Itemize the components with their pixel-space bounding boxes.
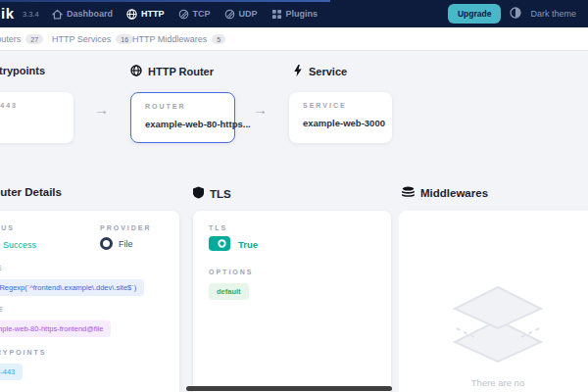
toggle-on-icon (209, 236, 230, 253)
tls-label: TLS (209, 224, 375, 231)
status-text: Success (3, 240, 36, 250)
circle-slash-icon (178, 9, 189, 20)
empty-layers-icon (449, 285, 547, 368)
contrast-icon[interactable] (510, 5, 521, 23)
tab-http-middlewares[interactable]: HTTP Middlewares 5 (132, 27, 225, 51)
entrypoint-badge: https-443 (0, 364, 23, 380)
shield-icon (193, 186, 204, 201)
section-title-text: Router Details (0, 186, 62, 198)
tab-label: HTTP Routers (0, 34, 21, 44)
entrypoint-card-label: HTTPS-443 (0, 102, 60, 109)
provider-text: File (119, 239, 133, 249)
tab-label: HTTP Middlewares (132, 34, 207, 44)
globe-icon (126, 9, 137, 20)
bolt-icon (293, 65, 303, 78)
nav-label: HTTP (141, 9, 165, 19)
options-badge: default (209, 283, 249, 300)
status-value: Success (0, 237, 100, 253)
circle-slash-icon (224, 9, 235, 20)
section-title-text: TLS (210, 188, 231, 200)
middlewares-empty-text: There are no Middlewares configured (449, 375, 547, 392)
nav-item-http[interactable]: HTTP (126, 9, 165, 20)
tab-count-badge: 5 (212, 34, 225, 44)
middlewares-card: There are no Middlewares configured (399, 211, 588, 392)
nav-label: Plugins (286, 9, 318, 19)
version-label: 3.3.4 (23, 10, 39, 19)
tab-http-routers[interactable]: HTTP Routers 27 (0, 27, 43, 51)
home-icon (52, 9, 63, 20)
dark-theme-label: Dark theme (530, 9, 576, 19)
top-navbar: ik 3.3.4 Dashboard HTTP TCP UDP Plugins (0, 0, 588, 27)
dark-theme-toggle[interactable]: Dark theme (530, 9, 576, 19)
entrypoint-card: HTTPS-443 :443 (0, 92, 74, 143)
nav-item-udp[interactable]: UDP (224, 9, 258, 20)
tls-true-text: True (238, 239, 258, 250)
router-name-badge: example-web-80-https-frontend@file (0, 320, 111, 337)
nav-item-dashboard[interactable]: Dashboard (52, 9, 113, 20)
tab-http-services[interactable]: HTTP Services 16 (52, 27, 133, 51)
service-card-value: example-web-3000 (303, 118, 378, 128)
service-card-label: SERVICE (303, 102, 378, 109)
section-title-text: Entrypoints (0, 65, 45, 76)
layers-icon (402, 186, 415, 200)
router-details-card: STATUS Success PROVIDER File RULE HostRe… (0, 211, 179, 392)
globe-icon (130, 65, 142, 78)
entity-tabbar: HTTP Routers 27 HTTP Services 16 HTTP Mi… (0, 27, 588, 51)
tab-count-badge: 16 (116, 34, 133, 44)
tls-card: TLS True OPTIONS default (193, 211, 391, 392)
name-label: NAME (0, 306, 164, 313)
provider-label: PROVIDER (100, 224, 152, 231)
main-nav: Dashboard HTTP TCP UDP Plugins (52, 0, 318, 27)
service-section-title: Service (293, 65, 347, 78)
traefik-dashboard: ik 3.3.4 Dashboard HTTP TCP UDP Plugins (0, 0, 588, 392)
upgrade-button[interactable]: Upgrade (448, 4, 501, 24)
nav-item-tcp[interactable]: TCP (178, 9, 211, 20)
router-card: ROUTER example-web-80-https... (130, 92, 235, 143)
plugins-icon (271, 9, 282, 20)
middlewares-title: Middlewares (402, 186, 488, 200)
status-label: STATUS (0, 224, 100, 231)
horizontal-scrollbar-thumb[interactable] (186, 386, 392, 391)
flow-arrow-icon: → (94, 101, 109, 118)
rule-label: RULE (0, 265, 164, 271)
entrypoints-label: ENTRYPOINTS (0, 349, 164, 356)
tls-value: True (209, 236, 375, 253)
http-router-section-title: HTTP Router (130, 65, 214, 78)
section-title-text: Middlewares (420, 187, 488, 199)
rule-badge: HostRegexp(`^frontend\.example\.ddev\.si… (0, 279, 144, 296)
nav-label: UDP (239, 9, 258, 19)
tab-count-badge: 27 (25, 34, 43, 44)
empty-text-line1: There are no (449, 375, 547, 390)
entrypoints-section-title: Entrypoints (0, 65, 45, 76)
entrypoint-card-value: :443 (0, 118, 60, 128)
provider-value: File (100, 237, 152, 250)
router-details-title: Router Details (0, 186, 62, 198)
traefik-logo: ik (1, 5, 15, 22)
flow-arrow-icon: → (253, 101, 268, 118)
nav-label: Dashboard (67, 9, 113, 19)
router-card-label: ROUTER (145, 103, 220, 110)
service-card: SERVICE example-web-3000 (289, 92, 392, 143)
file-provider-icon (100, 237, 113, 250)
tls-title: TLS (193, 186, 231, 201)
navbar-right: Upgrade Dark theme (448, 0, 576, 27)
nav-label: TCP (193, 9, 211, 19)
tab-label: HTTP Services (52, 34, 111, 44)
nav-item-plugins[interactable]: Plugins (271, 9, 318, 20)
options-label: OPTIONS (209, 269, 375, 275)
router-card-value: example-web-80-https... (145, 119, 220, 129)
section-title-text: Service (309, 66, 347, 77)
section-title-text: HTTP Router (148, 66, 214, 77)
